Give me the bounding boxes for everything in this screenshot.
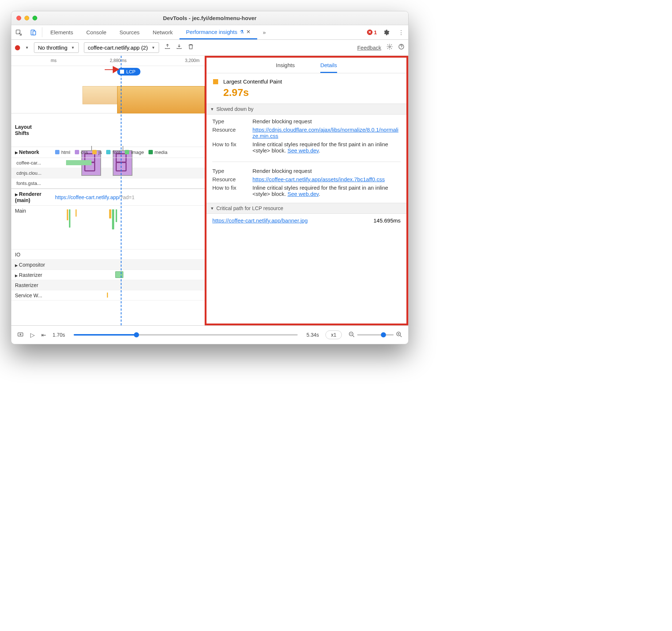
throttling-select[interactable]: No throttling ▼ [34,42,79,53]
webdev-link[interactable]: See web.dev [287,147,319,154]
playback-start-time: 1.70s [53,332,65,338]
resource-link[interactable]: https://cdnjs.cloudflare.com/ajax/libs/n… [252,127,398,139]
devtools-window: DevTools - jec.fyi/demo/menu-hover Eleme… [11,11,409,344]
play-icon[interactable]: ▷ [30,332,35,338]
thread-rasterizer[interactable]: ▶ Rasterizer [11,270,205,280]
playback-bar: ▷ ⇤ 1.70s 5.34s x1 [11,326,408,344]
thread-compositor[interactable]: ▶ Compositor [11,260,205,270]
svg-point-3 [389,46,391,48]
window-title: DevTools - jec.fyi/demo/menu-hover [11,15,408,21]
arrow-annotation-icon [105,64,119,76]
svg-rect-5 [18,333,23,336]
svg-point-6 [20,334,21,335]
lcp-square-icon [120,70,124,74]
chevron-down-icon: ▼ [71,46,75,50]
thread-io[interactable]: IO [11,249,205,260]
title-bar: DevTools - jec.fyi/demo/menu-hover [11,11,408,25]
renderer-url-link[interactable]: https://coffee-cart.netlify.app/ [55,194,120,200]
thread-main[interactable]: Main [11,206,205,249]
network-track-header[interactable]: ▶ Network html css js font image media [11,147,205,158]
close-tab-icon[interactable]: ✕ [246,29,251,35]
tab-performance-insights[interactable]: Performance insights ⚗ ✕ [179,25,257,39]
tab-elements[interactable]: Elements [44,25,80,39]
tab-insights[interactable]: Insights [276,62,295,73]
kebab-menu-icon[interactable]: ⋮ [394,25,408,39]
critical-path-header[interactable]: ▼ Critical path for LCP resource [206,203,406,214]
feedback-link[interactable]: Feedback [357,44,381,51]
network-row[interactable]: fonts.gsta... [11,178,205,189]
record-dropdown[interactable]: ▼ [25,46,29,50]
network-row[interactable]: cdnjs.clou... [11,168,205,178]
zoom-slider[interactable] [357,334,394,336]
zoom-in-icon[interactable] [396,331,402,339]
tab-network[interactable]: Network [146,25,179,39]
lcp-swatch-icon [213,79,218,84]
device-toggle-icon[interactable] [26,25,40,39]
metric-title: Largest Contentful Paint [206,73,406,85]
export-icon[interactable] [164,43,171,52]
inspect-icon[interactable] [11,25,26,39]
help-icon[interactable] [398,43,405,52]
panel-tabs: Elements Console Sources Network Perform… [11,25,408,40]
rewind-icon[interactable]: ⇤ [41,332,46,338]
layout-shifts-track: Layout Shifts [11,113,205,147]
svg-rect-2 [33,31,36,35]
error-badge[interactable]: ✕ 1 [365,25,379,39]
speed-button[interactable]: x1 [325,330,342,339]
chevron-down-icon: ▼ [210,206,214,210]
record-button[interactable] [15,45,20,50]
playhead-ruler[interactable] [121,56,121,325]
slowed-down-header[interactable]: ▼ Slowed down by [206,104,406,115]
playback-slider[interactable] [74,334,298,336]
recording-select[interactable]: coffee-cart.netlify.app (2) ▼ [84,42,159,53]
resource-link[interactable]: https://coffee-cart.netlify.app/assets/i… [252,176,385,182]
chevron-down-icon: ▼ [210,107,214,111]
thread-service-worker[interactable]: Service W... [11,290,205,301]
network-legend: html css js font image media [55,147,167,157]
slowed-item-1: TypeRender blocking request Resourcehttp… [206,164,406,203]
delete-icon[interactable] [188,43,194,52]
zoom-out-icon[interactable] [348,331,355,339]
webdev-link[interactable]: See web.dev [287,191,319,197]
slowed-item-0: TypeRender blocking request Resourcehttp… [206,115,406,159]
renderer-track-header[interactable]: ▶ Renderer (main) https://coffee-cart.ne… [11,189,205,206]
thread-rasterizer-2[interactable]: Rasterizer [11,280,205,290]
network-row[interactable]: coffee-car... [11,158,205,168]
timeline-panel[interactable]: ms 2,880ms 3,200m LCP Layout Shifts [11,56,205,325]
flask-icon: ⚗ [240,29,244,35]
toolbar: ▼ No throttling ▼ coffee-cart.netlify.ap… [11,40,408,56]
metric-value: 2.97s [206,85,406,104]
tab-sources[interactable]: Sources [113,25,146,39]
gear-icon[interactable] [386,43,393,52]
import-icon[interactable] [176,43,182,52]
lcp-marker[interactable]: LCP [117,68,140,76]
main-content: ms 2,880ms 3,200m LCP Layout Shifts [11,56,408,326]
chevron-down-icon: ▼ [151,46,155,50]
settings-icon[interactable] [379,25,394,39]
critical-resource-link[interactable]: https://coffee-cart.netlify.app/banner.j… [212,217,308,224]
critical-path-row: https://coffee-cart.netlify.app/banner.j… [206,214,406,227]
more-tabs-icon[interactable]: » [257,25,272,39]
screenshot-toggle-icon[interactable] [17,331,24,339]
details-tabs: Insights Details [206,58,406,73]
tab-details[interactable]: Details [320,62,337,73]
tab-console[interactable]: Console [80,25,113,39]
details-panel: Insights Details Largest Contentful Pain… [205,56,408,325]
playback-end-time: 5.34s [306,332,319,338]
error-icon: ✕ [367,30,372,35]
